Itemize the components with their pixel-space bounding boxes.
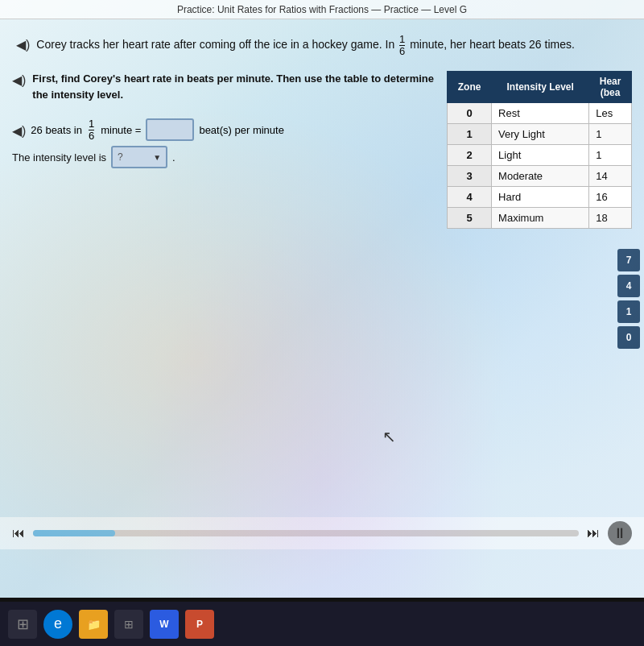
equation-block: ◀) 26 beats in 1 6 minute = beat(s) per … (12, 112, 439, 168)
problem-block: ◀) Corey tracks her heart rate after com… (12, 27, 632, 63)
side-btn-0[interactable]: 0 (617, 326, 640, 349)
table-cell-zone: 0 (448, 103, 492, 124)
question-text: First, find Corey's heart rate in beats … (32, 71, 439, 102)
two-col-layout: ◀) First, find Corey's heart rate in bea… (12, 71, 632, 229)
equation-middle: minute = (101, 124, 141, 136)
table-cell-zone: 1 (448, 124, 492, 145)
taskbar: ⊞e📁⊞WP (0, 602, 644, 646)
apps-button[interactable]: ⊞ (114, 610, 143, 639)
table-cell-heart: 14 (589, 166, 632, 187)
equation-speaker-icon[interactable]: ◀) (12, 123, 26, 139)
header-title: Practice: Unit Rates for Ratios with Fra… (177, 4, 467, 15)
table-row: 3 Moderate 14 (448, 166, 632, 187)
table-cell-zone: 5 (448, 208, 492, 229)
table-header-intensity: Intensity Level (492, 72, 589, 103)
side-btn-7[interactable]: 7 (617, 249, 640, 271)
problem-speaker-icon[interactable]: ◀) (16, 35, 30, 55)
word-button[interactable]: W (150, 610, 179, 639)
equation-prefix: 26 beats in (31, 124, 82, 136)
right-column: Zone Intensity Level Hear(bea 0 Rest Les… (447, 71, 632, 229)
table-cell-heart: 1 (589, 124, 632, 145)
intensity-label: The intensity level is (12, 151, 106, 164)
edge-button[interactable]: e (43, 610, 72, 639)
table-header-zone: Zone (448, 72, 492, 103)
progress-fill (33, 530, 115, 536)
folder-button[interactable]: 📁 (79, 610, 108, 639)
header-bar: Practice: Unit Rates for Ratios with Fra… (0, 0, 644, 19)
table-row: 0 Rest Les (448, 103, 632, 124)
table-row: 1 Very Light 1 (448, 124, 632, 145)
table-cell-zone: 2 (448, 145, 492, 166)
forward-button[interactable]: ⏭ (587, 526, 600, 540)
pause-button[interactable]: ⏸ (608, 521, 632, 545)
cursor: ↖ (382, 427, 396, 446)
side-btn-4[interactable]: 4 (617, 275, 640, 297)
table-row: 5 Maximum 18 (448, 208, 632, 229)
windows-button[interactable]: ⊞ (8, 610, 37, 639)
problem-text-after: minute, her heart beats 26 times. (410, 38, 575, 51)
table-cell-intensity: Maximum (492, 208, 589, 229)
table-cell-heart: Les (589, 103, 632, 124)
equation-suffix: beat(s) per minute (199, 124, 284, 136)
table-cell-intensity: Moderate (492, 166, 589, 187)
powerpoint-button[interactable]: P (185, 610, 214, 639)
equation-row: ◀) 26 beats in 1 6 minute = beat(s) per … (12, 118, 439, 141)
side-btn-1[interactable]: 1 (617, 300, 640, 323)
beat-input[interactable] (146, 118, 194, 141)
monitor: Practice: Unit Rates for Ratios with Fra… (0, 0, 644, 646)
table-row: 4 Hard 16 (448, 187, 632, 208)
progress-bar[interactable] (33, 530, 579, 536)
table-cell-zone: 4 (448, 187, 492, 208)
dropdown-arrow-icon: ▼ (153, 153, 161, 162)
playback-bar: ⏮ ⏭ ⏸ (0, 517, 644, 549)
back-button[interactable]: ⏮ (12, 526, 25, 540)
dropdown-placeholder: ? (118, 151, 150, 163)
screen: Practice: Unit Rates for Ratios with Fra… (0, 0, 644, 598)
left-column: ◀) First, find Corey's heart rate in bea… (12, 71, 439, 168)
question-block: ◀) First, find Corey's heart rate in bea… (12, 71, 439, 102)
table-row: 2 Light 1 (448, 145, 632, 166)
problem-text: Corey tracks her heart rate after coming… (36, 34, 575, 56)
period: . (172, 151, 175, 164)
main-content: ◀) Corey tracks her heart rate after com… (0, 19, 644, 237)
table-cell-intensity: Rest (492, 103, 589, 124)
equation-fraction-denominator: 6 (89, 130, 94, 141)
table-cell-heart: 16 (589, 187, 632, 208)
intensity-dropdown[interactable]: ? ▼ (111, 146, 167, 168)
problem-fraction-denominator: 6 (399, 46, 405, 56)
problem-text-before: Corey tracks her heart rate after coming… (36, 38, 394, 51)
equation-fraction: 1 6 (89, 118, 94, 141)
intensity-row: The intensity level is ? ▼ . (12, 146, 439, 168)
table-cell-heart: 18 (589, 208, 632, 229)
side-buttons: 7 4 1 0 (617, 249, 640, 349)
table-cell-zone: 3 (448, 166, 492, 187)
problem-fraction-numerator: 1 (399, 34, 405, 46)
intensity-table: Zone Intensity Level Hear(bea 0 Rest Les… (447, 71, 632, 229)
table-cell-heart: 1 (589, 145, 632, 166)
table-header-heart: Hear(bea (589, 72, 632, 103)
table-cell-intensity: Hard (492, 187, 589, 208)
table-cell-intensity: Very Light (492, 124, 589, 145)
content-wrapper: Practice: Unit Rates for Ratios with Fra… (0, 0, 644, 237)
table-cell-intensity: Light (492, 145, 589, 166)
problem-fraction: 1 6 (399, 34, 405, 56)
equation-fraction-numerator: 1 (89, 118, 94, 130)
question-speaker-icon[interactable]: ◀) (12, 72, 26, 88)
